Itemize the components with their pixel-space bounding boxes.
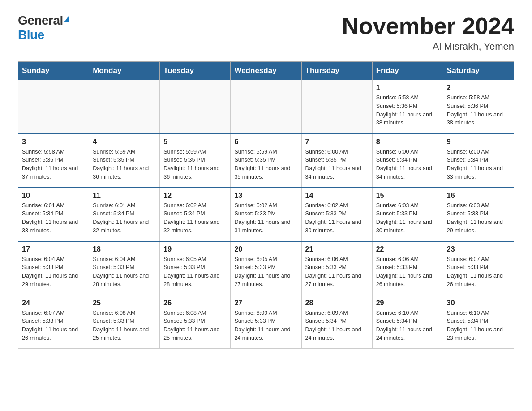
day-number: 19 bbox=[163, 245, 227, 253]
day-number: 14 bbox=[305, 192, 369, 200]
calendar-week-row: 3Sunrise: 5:58 AMSunset: 5:36 PMDaylight… bbox=[18, 134, 514, 188]
day-number: 25 bbox=[93, 299, 156, 307]
day-number: 1 bbox=[376, 84, 439, 92]
day-info: Sunrise: 6:03 AMSunset: 5:33 PMDaylight:… bbox=[447, 201, 510, 235]
calendar-week-row: 24Sunrise: 6:07 AMSunset: 5:33 PMDayligh… bbox=[18, 295, 514, 349]
day-info: Sunrise: 6:00 AMSunset: 5:34 PMDaylight:… bbox=[447, 148, 510, 181]
calendar-cell: 20Sunrise: 6:05 AMSunset: 5:33 PMDayligh… bbox=[231, 241, 301, 295]
day-info: Sunrise: 6:02 AMSunset: 5:33 PMDaylight:… bbox=[234, 201, 297, 235]
calendar-header-row: SundayMondayTuesdayWednesdayThursdayFrid… bbox=[18, 62, 514, 80]
day-info: Sunrise: 6:04 AMSunset: 5:33 PMDaylight:… bbox=[22, 255, 85, 289]
day-number: 23 bbox=[447, 245, 510, 253]
calendar-cell: 14Sunrise: 6:02 AMSunset: 5:33 PMDayligh… bbox=[301, 188, 372, 241]
day-info: Sunrise: 6:03 AMSunset: 5:33 PMDaylight:… bbox=[376, 201, 439, 235]
calendar-header-sunday: Sunday bbox=[18, 62, 89, 80]
day-number: 15 bbox=[376, 192, 439, 200]
day-info: Sunrise: 6:10 AMSunset: 5:34 PMDaylight:… bbox=[447, 309, 510, 342]
calendar-cell: 25Sunrise: 6:08 AMSunset: 5:33 PMDayligh… bbox=[89, 295, 160, 349]
calendar-cell: 24Sunrise: 6:07 AMSunset: 5:33 PMDayligh… bbox=[18, 295, 89, 349]
day-info: Sunrise: 5:59 AMSunset: 5:35 PMDaylight:… bbox=[93, 148, 156, 181]
calendar-week-row: 10Sunrise: 6:01 AMSunset: 5:34 PMDayligh… bbox=[18, 188, 514, 241]
logo-general-text: General bbox=[18, 13, 63, 28]
day-info: Sunrise: 5:59 AMSunset: 5:35 PMDaylight:… bbox=[234, 148, 297, 181]
calendar-header-thursday: Thursday bbox=[301, 62, 372, 80]
day-number: 21 bbox=[305, 245, 369, 253]
calendar-cell: 3Sunrise: 5:58 AMSunset: 5:36 PMDaylight… bbox=[18, 134, 89, 188]
calendar-cell: 29Sunrise: 6:10 AMSunset: 5:34 PMDayligh… bbox=[372, 295, 443, 349]
day-info: Sunrise: 6:08 AMSunset: 5:33 PMDaylight:… bbox=[93, 309, 156, 342]
calendar-cell: 13Sunrise: 6:02 AMSunset: 5:33 PMDayligh… bbox=[231, 188, 301, 241]
logo-blue-text: Blue bbox=[18, 28, 44, 42]
calendar-cell: 23Sunrise: 6:07 AMSunset: 5:33 PMDayligh… bbox=[443, 241, 514, 295]
day-number: 8 bbox=[376, 138, 439, 146]
day-info: Sunrise: 6:09 AMSunset: 5:34 PMDaylight:… bbox=[305, 309, 369, 342]
day-number: 16 bbox=[447, 192, 510, 200]
calendar-cell: 27Sunrise: 6:09 AMSunset: 5:33 PMDayligh… bbox=[231, 295, 301, 349]
calendar-table: SundayMondayTuesdayWednesdayThursdayFrid… bbox=[18, 61, 514, 349]
calendar-cell bbox=[89, 80, 160, 134]
calendar-cell: 6Sunrise: 5:59 AMSunset: 5:35 PMDaylight… bbox=[231, 134, 301, 188]
calendar-cell: 21Sunrise: 6:06 AMSunset: 5:33 PMDayligh… bbox=[301, 241, 372, 295]
calendar-cell: 22Sunrise: 6:06 AMSunset: 5:33 PMDayligh… bbox=[372, 241, 443, 295]
day-info: Sunrise: 5:59 AMSunset: 5:35 PMDaylight:… bbox=[163, 148, 227, 181]
day-info: Sunrise: 6:01 AMSunset: 5:34 PMDaylight:… bbox=[93, 201, 156, 235]
calendar-cell bbox=[18, 80, 89, 134]
calendar-cell: 15Sunrise: 6:03 AMSunset: 5:33 PMDayligh… bbox=[372, 188, 443, 241]
day-number: 20 bbox=[234, 245, 297, 253]
calendar-cell: 28Sunrise: 6:09 AMSunset: 5:34 PMDayligh… bbox=[301, 295, 372, 349]
day-info: Sunrise: 5:58 AMSunset: 5:36 PMDaylight:… bbox=[376, 94, 439, 127]
title-area: November 2024 Al Misrakh, Yemen bbox=[342, 13, 514, 52]
calendar-cell: 18Sunrise: 6:04 AMSunset: 5:33 PMDayligh… bbox=[89, 241, 160, 295]
calendar-cell: 26Sunrise: 6:08 AMSunset: 5:33 PMDayligh… bbox=[160, 295, 231, 349]
day-info: Sunrise: 6:07 AMSunset: 5:33 PMDaylight:… bbox=[447, 255, 510, 289]
calendar-cell: 30Sunrise: 6:10 AMSunset: 5:34 PMDayligh… bbox=[443, 295, 514, 349]
day-number: 10 bbox=[22, 192, 85, 200]
calendar-cell: 10Sunrise: 6:01 AMSunset: 5:34 PMDayligh… bbox=[18, 188, 89, 241]
month-title: November 2024 bbox=[342, 13, 514, 39]
logo: General Blue bbox=[18, 13, 69, 42]
day-number: 6 bbox=[234, 138, 297, 146]
day-number: 27 bbox=[234, 299, 297, 307]
day-info: Sunrise: 6:07 AMSunset: 5:33 PMDaylight:… bbox=[22, 309, 85, 342]
day-number: 29 bbox=[376, 299, 439, 307]
calendar-week-row: 1Sunrise: 5:58 AMSunset: 5:36 PMDaylight… bbox=[18, 80, 514, 134]
calendar-header-monday: Monday bbox=[89, 62, 160, 80]
calendar-header-friday: Friday bbox=[372, 62, 443, 80]
day-number: 18 bbox=[93, 245, 156, 253]
calendar-cell bbox=[301, 80, 372, 134]
day-info: Sunrise: 6:08 AMSunset: 5:33 PMDaylight:… bbox=[163, 309, 227, 342]
day-info: Sunrise: 6:02 AMSunset: 5:34 PMDaylight:… bbox=[163, 201, 227, 235]
calendar-cell: 17Sunrise: 6:04 AMSunset: 5:33 PMDayligh… bbox=[18, 241, 89, 295]
day-number: 3 bbox=[22, 138, 85, 146]
calendar-header-tuesday: Tuesday bbox=[160, 62, 231, 80]
calendar-header-saturday: Saturday bbox=[443, 62, 514, 80]
day-info: Sunrise: 6:05 AMSunset: 5:33 PMDaylight:… bbox=[163, 255, 227, 289]
logo-triangle-icon bbox=[64, 16, 69, 22]
day-info: Sunrise: 5:58 AMSunset: 5:36 PMDaylight:… bbox=[447, 94, 510, 127]
calendar-cell: 19Sunrise: 6:05 AMSunset: 5:33 PMDayligh… bbox=[160, 241, 231, 295]
calendar-cell: 9Sunrise: 6:00 AMSunset: 5:34 PMDaylight… bbox=[443, 134, 514, 188]
day-info: Sunrise: 6:01 AMSunset: 5:34 PMDaylight:… bbox=[22, 201, 85, 235]
calendar-cell: 2Sunrise: 5:58 AMSunset: 5:36 PMDaylight… bbox=[443, 80, 514, 134]
day-number: 2 bbox=[447, 84, 510, 92]
day-number: 26 bbox=[163, 299, 227, 307]
day-number: 7 bbox=[305, 138, 369, 146]
day-number: 11 bbox=[93, 192, 156, 200]
day-info: Sunrise: 6:02 AMSunset: 5:33 PMDaylight:… bbox=[305, 201, 369, 235]
calendar-cell: 4Sunrise: 5:59 AMSunset: 5:35 PMDaylight… bbox=[89, 134, 160, 188]
day-number: 22 bbox=[376, 245, 439, 253]
day-info: Sunrise: 6:09 AMSunset: 5:33 PMDaylight:… bbox=[234, 309, 297, 342]
day-info: Sunrise: 6:00 AMSunset: 5:34 PMDaylight:… bbox=[376, 148, 439, 181]
day-number: 30 bbox=[447, 299, 510, 307]
day-number: 17 bbox=[22, 245, 85, 253]
calendar-cell bbox=[160, 80, 231, 134]
calendar-week-row: 17Sunrise: 6:04 AMSunset: 5:33 PMDayligh… bbox=[18, 241, 514, 295]
day-number: 28 bbox=[305, 299, 369, 307]
calendar-cell: 7Sunrise: 6:00 AMSunset: 5:35 PMDaylight… bbox=[301, 134, 372, 188]
day-number: 24 bbox=[22, 299, 85, 307]
calendar-cell: 16Sunrise: 6:03 AMSunset: 5:33 PMDayligh… bbox=[443, 188, 514, 241]
day-info: Sunrise: 6:04 AMSunset: 5:33 PMDaylight:… bbox=[93, 255, 156, 289]
calendar-cell bbox=[231, 80, 301, 134]
day-info: Sunrise: 6:05 AMSunset: 5:33 PMDaylight:… bbox=[234, 255, 297, 289]
calendar-cell: 8Sunrise: 6:00 AMSunset: 5:34 PMDaylight… bbox=[372, 134, 443, 188]
